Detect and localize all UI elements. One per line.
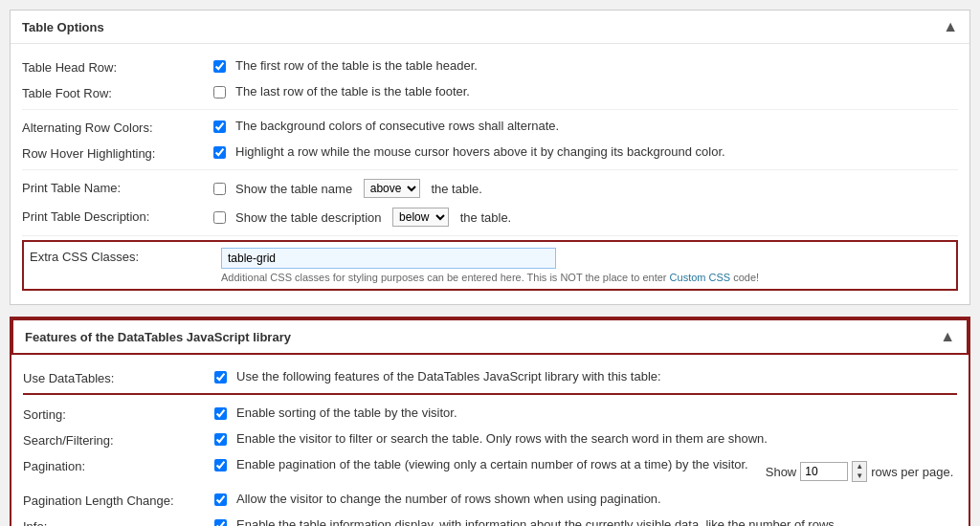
table-head-control: The first row of the table is the table … (213, 58, 958, 73)
spin-down-icon[interactable]: ▼ (853, 471, 866, 481)
table-head-inline: The first row of the table is the table … (213, 58, 478, 73)
hover-highlight-row: Row Hover Highlighting: Highlight a row … (22, 140, 958, 165)
extra-css-hint-suffix: code! (730, 272, 759, 283)
spin-up-icon[interactable]: ▲ (853, 462, 866, 471)
print-table-desc-prefix: Show the table description (235, 210, 381, 225)
pagination-control: Enable pagination of the table (viewing … (214, 457, 957, 482)
extra-css-hint-text: Additional CSS classes for styling purpo… (221, 272, 670, 283)
table-options-header: Table Options ▲ (11, 11, 969, 44)
search-label: Search/Filtering: (23, 431, 214, 448)
pagination-rows-inline: Show ▲ ▼ rows per page. (766, 461, 954, 482)
table-head-text: The first row of the table is the table … (235, 58, 478, 73)
print-table-desc-suffix: the table. (460, 210, 512, 225)
alternating-control: The background colors of consecutive row… (213, 119, 958, 133)
pagination-length-control: Allow the visitor to change the number o… (214, 492, 957, 506)
info-checkbox[interactable] (214, 519, 227, 527)
info-text: Enable the table information display, wi… (236, 517, 837, 526)
pagination-length-inline: Allow the visitor to change the number o… (214, 492, 661, 506)
alternating-label: Alternating Row Colors: (22, 119, 213, 135)
alternating-inline: The background colors of consecutive row… (213, 119, 559, 133)
use-datatables-checkbox[interactable] (214, 371, 227, 384)
search-text: Enable the visitor to filter or search t… (236, 431, 768, 446)
table-foot-checkbox[interactable] (213, 86, 226, 99)
info-control: Enable the table information display, wi… (214, 517, 957, 526)
print-table-desc-row: Print Table Description: Show the table … (22, 203, 958, 231)
hover-highlight-checkbox[interactable] (213, 146, 226, 159)
rows-per-page-label: rows per page. (871, 465, 953, 479)
print-table-name-select[interactable]: above below (364, 179, 420, 198)
extra-css-row: Extra CSS Classes: Additional CSS classe… (22, 240, 958, 291)
use-datatables-inline: Use the following features of the DataTa… (214, 369, 661, 384)
use-datatables-row: Use DataTables: Use the following featur… (23, 364, 957, 395)
hover-highlight-text: Highlight a row while the mouse cursor h… (235, 144, 725, 159)
search-inline: Enable the visitor to filter or search t… (214, 431, 768, 446)
table-foot-row: Table Foot Row: The last row of the tabl… (22, 79, 958, 105)
print-table-desc-control: Show the table description above below t… (213, 208, 958, 227)
rows-spinner[interactable]: ▲ ▼ (852, 461, 867, 482)
table-head-label: Table Head Row: (22, 58, 213, 75)
table-foot-inline: The last row of the table is the table f… (213, 84, 470, 99)
show-label: Show (766, 465, 797, 479)
extra-css-label: Extra CSS Classes: (30, 248, 221, 264)
print-table-desc-checkbox[interactable] (213, 211, 226, 224)
sorting-control: Enable sorting of the table by the visit… (214, 405, 957, 420)
sorting-row: Sorting: Enable sorting of the table by … (23, 401, 957, 427)
sorting-text: Enable sorting of the table by the visit… (236, 405, 457, 420)
print-table-desc-select[interactable]: above below (392, 208, 449, 227)
alternating-row: Alternating Row Colors: The background c… (22, 114, 958, 140)
info-label: Info: (23, 517, 214, 526)
sorting-inline: Enable sorting of the table by the visit… (214, 405, 457, 420)
hover-highlight-control: Highlight a row while the mouse cursor h… (213, 144, 958, 159)
hover-highlight-label: Row Hover Highlighting: (22, 144, 213, 161)
print-table-desc-inline: Show the table description above below t… (213, 208, 511, 227)
datatables-title: Features of the DataTables JavaScript li… (25, 330, 291, 344)
print-table-desc-label: Print Table Description: (22, 208, 213, 224)
print-table-name-control: Show the table name above below the tabl… (213, 179, 958, 198)
alternating-text: The background colors of consecutive row… (235, 119, 559, 133)
print-table-name-prefix: Show the table name (235, 182, 352, 196)
search-control: Enable the visitor to filter or search t… (214, 431, 957, 446)
sorting-checkbox[interactable] (214, 407, 227, 420)
datatables-body: Use DataTables: Use the following featur… (11, 355, 969, 526)
table-foot-text: The last row of the table is the table f… (235, 84, 470, 99)
pagination-inline: Enable pagination of the table (viewing … (214, 457, 748, 471)
pagination-text: Enable pagination of the table (viewing … (236, 457, 748, 471)
pagination-length-checkbox[interactable] (214, 493, 227, 506)
table-foot-control: The last row of the table is the table f… (213, 84, 958, 99)
search-row: Search/Filtering: Enable the visitor to … (23, 427, 957, 452)
hover-highlight-inline: Highlight a row while the mouse cursor h… (213, 144, 725, 159)
sorting-label: Sorting: (23, 405, 214, 422)
datatables-header: Features of the DataTables JavaScript li… (11, 318, 969, 355)
pagination-length-label: Pagination Length Change: (23, 492, 214, 508)
table-head-checkbox[interactable] (213, 60, 226, 73)
print-table-name-label: Print Table Name: (22, 179, 213, 195)
use-datatables-label: Use DataTables: (23, 369, 214, 385)
pagination-row: Pagination: Enable pagination of the tab… (23, 452, 957, 487)
table-options-toggle[interactable]: ▲ (943, 18, 958, 35)
extra-css-hint: Additional CSS classes for styling purpo… (221, 272, 759, 283)
use-datatables-control: Use the following features of the DataTa… (214, 369, 957, 384)
alternating-checkbox[interactable] (213, 121, 226, 133)
table-options-body: Table Head Row: The first row of the tab… (11, 44, 969, 304)
datatables-toggle[interactable]: ▲ (940, 328, 955, 345)
info-inline: Enable the table information display, wi… (214, 517, 837, 526)
search-checkbox[interactable] (214, 433, 227, 446)
print-table-name-suffix: the table. (431, 182, 482, 196)
custom-css-link[interactable]: Custom CSS (670, 272, 731, 283)
info-row: Info: Enable the table information displ… (23, 513, 957, 526)
table-head-row: Table Head Row: The first row of the tab… (22, 54, 958, 79)
table-options-title: Table Options (22, 20, 104, 34)
pagination-checkbox[interactable] (214, 459, 227, 471)
table-foot-label: Table Foot Row: (22, 84, 213, 100)
extra-css-control: Additional CSS classes for styling purpo… (221, 248, 950, 283)
pagination-length-row: Pagination Length Change: Allow the visi… (23, 487, 957, 513)
table-options-panel: Table Options ▲ Table Head Row: The firs… (10, 10, 970, 305)
use-datatables-text: Use the following features of the DataTa… (236, 369, 661, 384)
print-table-name-inline: Show the table name above below the tabl… (213, 179, 482, 198)
rows-per-page-input[interactable] (800, 462, 848, 481)
print-table-name-checkbox[interactable] (213, 183, 226, 195)
pagination-length-text: Allow the visitor to change the number o… (236, 492, 661, 506)
print-table-name-row: Print Table Name: Show the table name ab… (22, 174, 958, 203)
extra-css-input[interactable] (221, 248, 556, 269)
pagination-label: Pagination: (23, 457, 214, 473)
